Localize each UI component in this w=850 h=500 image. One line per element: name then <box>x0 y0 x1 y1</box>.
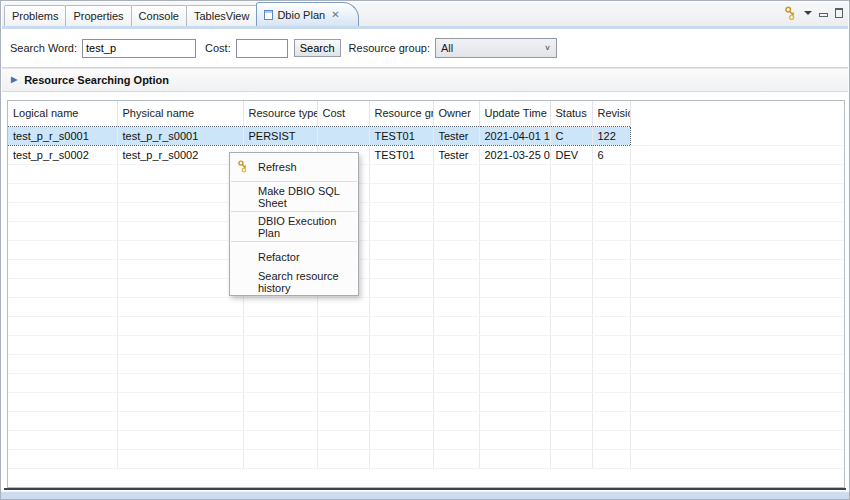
menu-item-refactor[interactable]: Refactor <box>230 244 358 269</box>
resource-group-value: All <box>441 42 453 54</box>
dbio-plan-view: Problems Properties Console TablesView D… <box>0 0 850 500</box>
cost-input[interactable] <box>236 39 288 58</box>
cell-filler <box>630 145 844 164</box>
table-row-empty <box>8 221 844 240</box>
col-resource-group[interactable]: Resource group <box>369 101 433 126</box>
menu-item-label: Make DBIO SQL Sheet <box>258 185 358 209</box>
cell-status[interactable]: DEV <box>550 145 592 164</box>
menu-item-label: Search resource history <box>258 270 358 294</box>
table-row-empty <box>8 202 844 221</box>
tab-properties[interactable]: Properties <box>65 5 131 26</box>
table-row-selected[interactable]: test_p_r_s0001 test_p_r_s0001 PERSIST TE… <box>8 126 844 145</box>
col-filler <box>630 101 844 126</box>
results-table: Logical name Physical name Resource type… <box>7 100 845 488</box>
table-row[interactable]: test_p_r_s0002 test_p_r_s0002 TEST01 Tes… <box>8 145 844 164</box>
cell-filler <box>630 126 844 145</box>
menu-item-label: Refactor <box>258 251 300 263</box>
bottom-border <box>4 488 846 490</box>
col-owner[interactable]: Owner <box>433 101 479 126</box>
menu-item-label: DBIO Execution Plan <box>258 215 358 239</box>
resource-group-select[interactable]: All ∨ <box>435 38 557 58</box>
resource-group-label: Resource group: <box>349 42 430 54</box>
cell-resource-type[interactable]: PERSIST <box>243 126 317 145</box>
table-row-empty <box>8 449 844 468</box>
key-icon <box>236 160 249 173</box>
col-cost[interactable]: Cost <box>317 101 369 126</box>
search-bar: Search Word: Cost: Search Resource group… <box>2 29 848 68</box>
table-row-empty <box>8 164 844 183</box>
menu-separator <box>231 181 357 182</box>
cell-update-time[interactable]: 2021-03-25 09:... <box>479 145 550 164</box>
tab-problems[interactable]: Problems <box>4 5 66 26</box>
view-window-icon <box>264 10 273 20</box>
menu-separator <box>231 241 357 242</box>
expand-triangle-icon[interactable]: ▶ <box>11 76 17 84</box>
cell-revision[interactable]: 122 <box>592 126 630 145</box>
resource-searching-option-section[interactable]: ▶ Resource Searching Option <box>2 68 848 92</box>
table-empty-rows <box>8 164 844 468</box>
search-word-label: Search Word: <box>10 42 77 54</box>
menu-item-label: Refresh <box>258 161 297 173</box>
table-row-empty <box>8 183 844 202</box>
table-row-empty <box>8 354 844 373</box>
tab-console[interactable]: Console <box>131 5 187 26</box>
cell-revision[interactable]: 6 <box>592 145 630 164</box>
cell-physical-name[interactable]: test_p_r_s0002 <box>117 145 243 164</box>
table-row-empty <box>8 373 844 392</box>
view-menu-icon[interactable] <box>804 11 812 15</box>
table-row-empty <box>8 297 844 316</box>
cell-status[interactable]: C <box>550 126 592 145</box>
tab-dbio-plan[interactable]: Dbio Plan ✕ <box>256 2 358 26</box>
tab-tablesview[interactable]: TablesView <box>186 5 257 26</box>
bottom-strip <box>1 491 849 500</box>
table-row-empty <box>8 316 844 335</box>
maximize-icon[interactable] <box>835 8 843 18</box>
cell-update-time[interactable]: 2021-04-01 17:... <box>479 126 550 145</box>
cost-label: Cost: <box>205 42 231 54</box>
cell-owner[interactable]: Tester <box>433 126 479 145</box>
view-toolbar <box>783 4 843 22</box>
menu-item-refresh[interactable]: Refresh <box>230 154 358 179</box>
col-physical-name[interactable]: Physical name <box>117 101 243 126</box>
cell-logical-name[interactable]: test_p_r_s0002 <box>8 145 117 164</box>
col-logical-name[interactable]: Logical name <box>8 101 117 126</box>
table-row-empty <box>8 259 844 278</box>
cell-logical-name[interactable]: test_p_r_s0001 <box>8 126 117 145</box>
table-row-empty <box>8 278 844 297</box>
cell-cost[interactable] <box>317 126 369 145</box>
key-icon[interactable] <box>783 6 797 21</box>
cell-resource-group[interactable]: TEST01 <box>369 126 433 145</box>
col-status[interactable]: Status <box>550 101 592 126</box>
col-revision[interactable]: Revision <box>592 101 630 126</box>
search-word-input[interactable] <box>82 39 196 58</box>
menu-item-dbio-execution-plan[interactable]: DBIO Execution Plan <box>230 214 358 239</box>
menu-item-make-dbio-sql-sheet[interactable]: Make DBIO SQL Sheet <box>230 184 358 209</box>
menu-separator <box>231 211 357 212</box>
menu-item-search-resource-history[interactable]: Search resource history <box>230 269 358 294</box>
table-row-empty <box>8 335 844 354</box>
context-menu: Refresh Make DBIO SQL Sheet DBIO Executi… <box>229 152 359 296</box>
cell-owner[interactable]: Tester <box>433 145 479 164</box>
minimize-icon[interactable] <box>819 13 828 17</box>
col-resource-type[interactable]: Resource type <box>243 101 317 126</box>
close-icon[interactable]: ✕ <box>331 10 339 20</box>
cell-resource-group[interactable]: TEST01 <box>369 145 433 164</box>
search-button[interactable]: Search <box>294 39 341 57</box>
tab-label: Dbio Plan <box>277 5 325 25</box>
table-row-empty <box>8 430 844 449</box>
table-header-row: Logical name Physical name Resource type… <box>8 101 844 126</box>
table-row-empty <box>8 411 844 430</box>
view-tab-bar: Problems Properties Console TablesView D… <box>2 2 848 26</box>
col-update-time[interactable]: Update Time <box>479 101 550 126</box>
table-row-empty <box>8 392 844 411</box>
table-row-empty <box>8 240 844 259</box>
section-title: Resource Searching Option <box>24 74 169 86</box>
chevron-down-icon: ∨ <box>544 44 551 52</box>
cell-physical-name[interactable]: test_p_r_s0001 <box>117 126 243 145</box>
